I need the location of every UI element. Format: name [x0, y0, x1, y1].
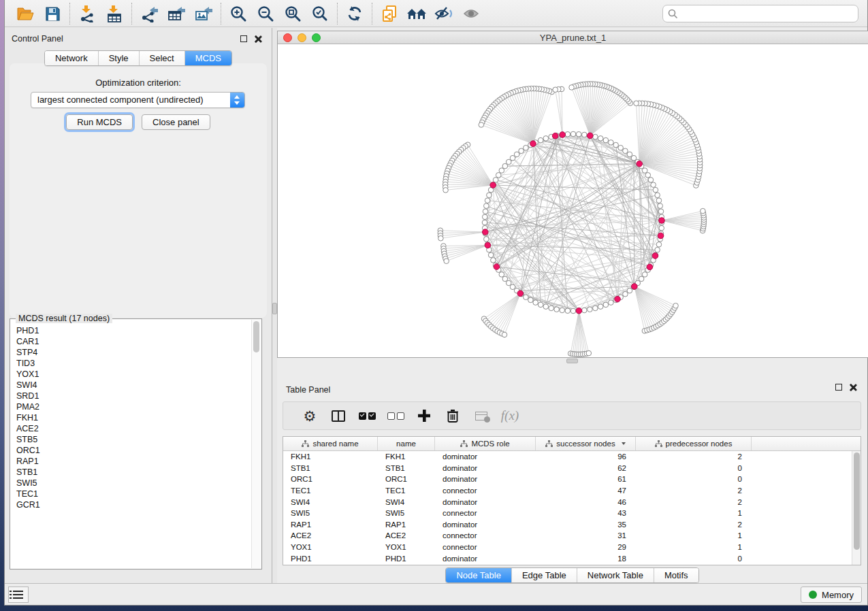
global-search[interactable]	[662, 5, 858, 22]
table-cell: 96	[536, 452, 636, 461]
table-cell: 0	[636, 464, 752, 472]
mcds-result-item[interactable]: RAP1	[16, 456, 251, 467]
refresh-layout-button[interactable]	[341, 2, 368, 25]
column-header-name[interactable]: name	[378, 437, 435, 450]
mcds-result-item[interactable]: SRD1	[16, 391, 251, 401]
mcds-result-item[interactable]: PHD1	[16, 325, 251, 336]
mcds-result-list[interactable]: PHD1CAR1STP4TID3YOX1SWI4SRD1PMA2FKH1ACE2…	[11, 320, 251, 568]
table-row[interactable]: ORC1ORC1dominator610	[283, 474, 852, 485]
table-options-button[interactable]: ⚙	[295, 402, 324, 429]
column-header-shared-name[interactable]: shared name	[283, 437, 378, 450]
mcds-result-item[interactable]: CAR1	[16, 336, 251, 347]
mcds-result-item[interactable]: ORC1	[16, 445, 251, 456]
zoom-in-button[interactable]	[225, 2, 252, 25]
import-table-button[interactable]	[101, 2, 128, 25]
mcds-result-item[interactable]: STB5	[16, 434, 251, 445]
run-mcds-button[interactable]: Run MCDS	[66, 114, 133, 130]
table-row[interactable]: STB1STB1dominator620	[283, 463, 852, 474]
mcds-result-item[interactable]: YOX1	[16, 369, 251, 380]
first-neighbors-button[interactable]	[403, 2, 430, 25]
show-all-button[interactable]	[457, 2, 485, 25]
show-log-button[interactable]	[8, 587, 29, 603]
table-row[interactable]: YOX1YOX1connector291	[283, 542, 852, 553]
mcds-result-item[interactable]: ACE2	[16, 423, 251, 434]
mcds-result-item[interactable]: TEC1	[16, 489, 251, 499]
column-header-mcds-role[interactable]: MCDS role	[435, 437, 536, 450]
mcds-result-item[interactable]: SWI5	[16, 478, 251, 489]
column-header-predecessor-nodes[interactable]: predecessor nodes	[636, 437, 752, 450]
show-columns-button[interactable]	[324, 402, 353, 429]
search-input[interactable]	[681, 9, 858, 19]
delete-table-button[interactable]	[467, 402, 496, 429]
optimization-criterion-select[interactable]: largest connected component (undirected)	[31, 92, 245, 108]
table-row[interactable]: SWI5SWI5connector431	[283, 508, 852, 519]
mcds-result-item[interactable]: FKH1	[16, 412, 251, 423]
result-scrollbar[interactable]	[251, 320, 261, 568]
zoom-out-button[interactable]	[252, 2, 279, 25]
vertical-splitter[interactable]	[272, 28, 277, 583]
table-cell: ORC1	[378, 475, 435, 483]
tab-network[interactable]: Network	[45, 51, 98, 65]
close-panel-icon[interactable]	[254, 35, 261, 43]
table-row[interactable]: RAP1RAP1dominator352	[283, 519, 852, 531]
mcds-result-item[interactable]: SWI4	[16, 380, 251, 391]
hide-selected-button[interactable]	[430, 2, 457, 25]
table-row[interactable]: SWI4SWI4dominator462	[283, 496, 852, 508]
table-cell: SWI5	[283, 509, 378, 517]
tab-mcds[interactable]: MCDS	[184, 51, 231, 65]
clone-network-button[interactable]	[376, 2, 403, 25]
tab-motifs[interactable]: Motifs	[654, 568, 698, 582]
result-scrollbar-thumb[interactable]	[253, 321, 259, 352]
tab-style[interactable]: Style	[98, 51, 139, 65]
mcds-result-item[interactable]: STB1	[16, 467, 251, 478]
delete-column-button[interactable]	[438, 402, 467, 429]
float-panel-icon[interactable]	[835, 384, 842, 391]
table-scrollbar[interactable]	[852, 451, 861, 565]
tab-edge-table[interactable]: Edge Table	[511, 568, 577, 582]
dropdown-stepper-icon	[230, 93, 244, 108]
network-titlebar[interactable]: YPA_prune.txt_1	[278, 31, 868, 44]
deselect-all-button[interactable]	[381, 402, 410, 429]
mcds-result-item[interactable]: GCR1	[16, 499, 251, 510]
select-all-button[interactable]	[353, 402, 381, 429]
memory-button[interactable]: Memory	[801, 587, 862, 603]
horizontal-splitter[interactable]	[277, 358, 867, 363]
column-header-successor-nodes[interactable]: successor nodes	[536, 437, 636, 450]
export-network-button[interactable]	[135, 2, 163, 25]
function-builder-button[interactable]: f(x)	[496, 402, 524, 429]
minimize-window-icon[interactable]	[298, 33, 306, 42]
table-cell: 62	[536, 464, 636, 472]
splitter-grip[interactable]	[566, 359, 578, 363]
table-row[interactable]: ACE2ACE2connector311	[283, 530, 852, 542]
export-image-icon	[194, 5, 213, 22]
float-panel-icon[interactable]	[240, 35, 247, 42]
close-panel-button[interactable]: Close panel	[142, 114, 210, 130]
export-table-button[interactable]	[163, 2, 190, 25]
zoom-selected-button[interactable]	[306, 2, 334, 25]
mcds-result-item[interactable]: STP4	[16, 347, 251, 358]
save-session-button[interactable]	[39, 2, 66, 25]
zoom-window-icon[interactable]	[312, 33, 321, 42]
tab-network-table[interactable]: Network Table	[577, 568, 654, 582]
network-canvas[interactable]	[278, 45, 868, 357]
table-row[interactable]: FKH1FKH1dominator962	[283, 451, 852, 463]
table-scrollbar-thumb[interactable]	[854, 452, 860, 550]
import-network-button[interactable]	[74, 2, 101, 25]
table-cell: 46	[536, 498, 636, 506]
tab-node-table[interactable]: Node Table	[446, 568, 511, 582]
export-image-button[interactable]	[190, 2, 217, 25]
open-file-button[interactable]	[12, 2, 39, 25]
table-row[interactable]: TEC1TEC1connector472	[283, 485, 852, 497]
close-window-icon[interactable]	[283, 33, 292, 42]
table-cell: 2	[636, 521, 752, 529]
splitter-grip[interactable]	[272, 303, 277, 314]
table-cell: 43	[536, 509, 636, 517]
add-column-button[interactable]	[410, 402, 438, 429]
zoom-fit-button[interactable]	[279, 2, 306, 25]
tab-select[interactable]: Select	[139, 51, 184, 65]
table-row[interactable]: PHD1PHD1dominator180	[283, 552, 852, 564]
list-icon	[13, 591, 23, 593]
mcds-result-item[interactable]: TID3	[16, 358, 251, 369]
close-panel-icon[interactable]	[849, 384, 856, 391]
mcds-result-item[interactable]: PMA2	[16, 401, 251, 412]
